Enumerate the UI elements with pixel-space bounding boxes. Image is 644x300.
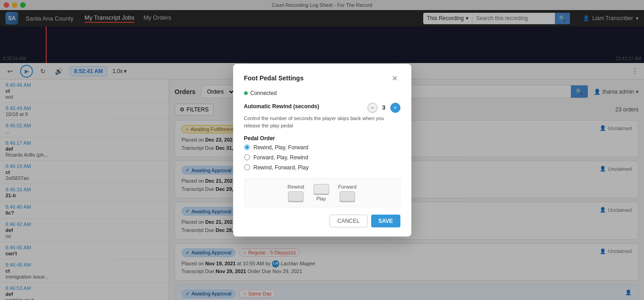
rewind-decrease-button[interactable]: −	[367, 103, 378, 113]
modal-title: Foot Pedal Settings	[244, 74, 304, 82]
rewind-value: 3	[380, 104, 388, 111]
radio-option-1[interactable]: Rewind, Play, Forward	[244, 144, 400, 151]
pedal-diagram: Rewind Play Forward	[244, 178, 400, 207]
radio-label-2: Forward, Play, Rewind	[254, 154, 309, 161]
connected-dot	[244, 91, 248, 95]
connected-status: Connected	[244, 90, 400, 96]
connected-label: Connected	[250, 90, 277, 96]
modal-actions: CANCEL SAVE	[244, 215, 400, 227]
pedal-order-section: Pedal Order Rewind, Play, Forward Forwar…	[244, 135, 400, 171]
modal-close-button[interactable]: ✕	[389, 73, 400, 84]
modal-header: Foot Pedal Settings ✕	[244, 73, 400, 84]
pedal-key-rewind: Rewind	[287, 184, 304, 201]
pedal-order-label: Pedal Order	[244, 135, 400, 142]
radio-option-2[interactable]: Forward, Play, Rewind	[244, 154, 400, 161]
pedal-forward-box	[340, 191, 355, 201]
radio-label-3: Rewind, Forward, Play	[254, 164, 309, 171]
auto-rewind-desc: Control the number of seconds the player…	[244, 115, 400, 130]
foot-pedal-modal: Foot Pedal Settings ✕ Connected Automati…	[233, 64, 411, 237]
radio-option-3[interactable]: Rewind, Forward, Play	[244, 164, 400, 171]
cancel-button[interactable]: CANCEL	[330, 215, 367, 227]
rewind-increase-button[interactable]: +	[390, 103, 400, 113]
auto-rewind-row: Automatic Rewind (seconds) − 3 +	[244, 103, 400, 113]
pedal-play-label: Play	[316, 196, 326, 201]
save-button[interactable]: SAVE	[371, 215, 400, 227]
pedal-rewind-box	[288, 191, 303, 201]
pedal-key-forward: Forward	[338, 184, 357, 201]
radio-label-1: Rewind, Play, Forward	[254, 144, 309, 151]
modal-overlay[interactable]: Foot Pedal Settings ✕ Connected Automati…	[0, 0, 644, 300]
pedal-rewind-label: Rewind	[287, 184, 304, 189]
radio-input-1[interactable]	[244, 144, 250, 150]
radio-input-3[interactable]	[244, 164, 250, 170]
pedal-key-play: Play	[314, 184, 329, 201]
auto-rewind-label: Automatic Rewind (seconds)	[244, 103, 319, 110]
radio-input-2[interactable]	[244, 154, 250, 160]
pedal-play-box	[314, 184, 329, 194]
pedal-forward-label: Forward	[338, 184, 357, 189]
rewind-controls: − 3 +	[367, 103, 400, 113]
